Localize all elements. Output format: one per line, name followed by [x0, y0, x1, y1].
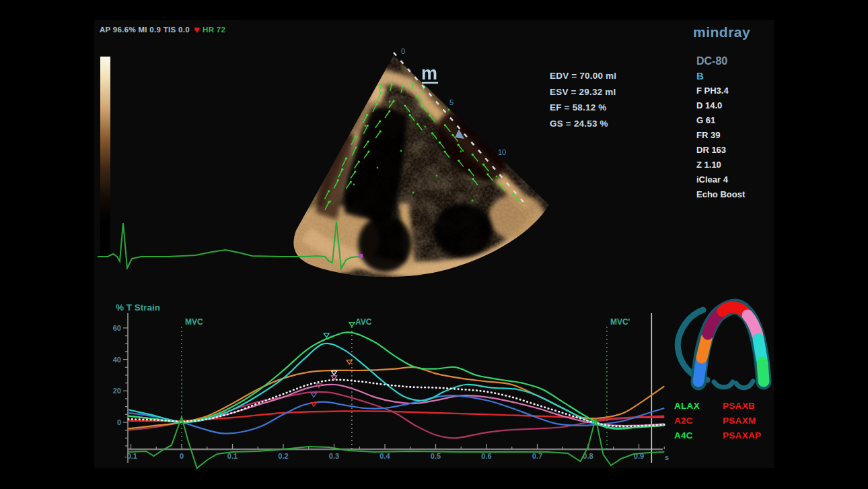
ecg-trace-chart — [129, 417, 665, 468]
y-tick-label: 20 — [113, 387, 121, 395]
parameter-item: F PH3.4 — [696, 84, 745, 98]
x-tick-label: 0.3 — [329, 452, 339, 460]
x-tick-label: 0.5 — [431, 452, 441, 460]
legend-item-psaxap: PSAXAP — [723, 428, 776, 443]
lv-segment-icon — [672, 296, 772, 397]
x-tick-label: 0.4 — [379, 452, 390, 460]
peak-marker — [324, 333, 329, 337]
x-tick-label: 0 — [180, 452, 184, 460]
parameter-item: DC-80 — [696, 54, 745, 69]
x-tick-label: -0.1 — [124, 452, 137, 460]
segment-left-mid — [702, 338, 707, 358]
measurement-results: EDV = 70.00 mlESV = 29.32 mlEF = 58.12 %… — [550, 68, 616, 131]
ultrasound-image: 0 5 10 m — [94, 20, 774, 296]
legend-item-alax: ALAX — [674, 399, 723, 414]
ecg-timing-marker — [359, 254, 363, 258]
orientation-marker-m: m — [421, 63, 437, 84]
view-legend: ALAXPSAXBA2CPSAXMA4CPSAXAP — [674, 399, 776, 443]
x-tick-label: 0.1 — [227, 452, 238, 460]
parameter-item: Z 1.10 — [696, 158, 745, 172]
peak-marker — [347, 360, 352, 364]
x-tick-label: 0.6 — [481, 452, 491, 460]
measurement-line: EDV = 70.00 ml — [550, 68, 616, 84]
x-tick-label: 0.7 — [532, 452, 542, 460]
parameter-item: FR 39 — [696, 128, 745, 143]
event-label: AVC — [355, 317, 372, 327]
imaging-parameters: DC-80BF PH3.4D 14.0G 61FR 39DR 163Z 1.10… — [696, 54, 745, 202]
event-label: MVC' — [610, 317, 630, 327]
segment-apex-cap — [723, 307, 744, 312]
strain-chart: % T Strain0204060-0.100.10.20.30.40.50.6… — [94, 296, 673, 475]
legend-item-psaxm: PSAXM — [723, 414, 776, 428]
peak-marker — [332, 371, 337, 375]
measurement-line: ESV = 29.32 ml — [550, 84, 616, 100]
legend-item-psaxb: PSAXB — [723, 399, 776, 414]
chart-title: % T Strain — [116, 302, 160, 313]
segment-left-top — [708, 314, 719, 334]
depth-label-5: 5 — [449, 98, 454, 106]
event-label: MVC — [185, 317, 203, 327]
parameter-item: DR 163 — [696, 143, 745, 158]
orientation-marker: m — [421, 63, 438, 84]
y-tick-label: 0 — [117, 418, 121, 426]
segment-left-bottom — [698, 362, 701, 381]
legend-item-a4c: A4C — [674, 428, 723, 443]
y-tick-label: 40 — [113, 356, 121, 364]
brand-box: mindray — [693, 24, 750, 40]
parameter-item: D 14.0 — [696, 98, 745, 113]
depth-label-10: 10 — [498, 148, 506, 156]
depth-label-0: 0 — [401, 47, 405, 55]
peak-marker — [349, 323, 355, 327]
parameter-item: Echo Boost — [696, 187, 745, 202]
measurement-line: EF = 58.12 % — [550, 100, 616, 116]
segment-right-mid — [758, 339, 762, 359]
measurement-line: GS = 24.53 % — [550, 116, 616, 132]
y-tick-label: 60 — [113, 324, 121, 332]
segment-right-bottom — [762, 362, 764, 381]
legend-item-a2c: A2C — [674, 414, 723, 428]
x-tick-label: 0.2 — [278, 452, 288, 460]
mindray-logo: mindray — [693, 24, 750, 40]
parameter-item: G 61 — [696, 113, 745, 128]
x-axis-unit: s — [665, 453, 669, 461]
ultrasound-screen: AP 96.6% MI 0.9 TIS 0.0 ♥ HR 72 — [0, 0, 868, 489]
parameter-item: iClear 4 — [696, 172, 745, 187]
parameter-item: B — [696, 69, 745, 84]
peak-marker — [311, 393, 316, 397]
